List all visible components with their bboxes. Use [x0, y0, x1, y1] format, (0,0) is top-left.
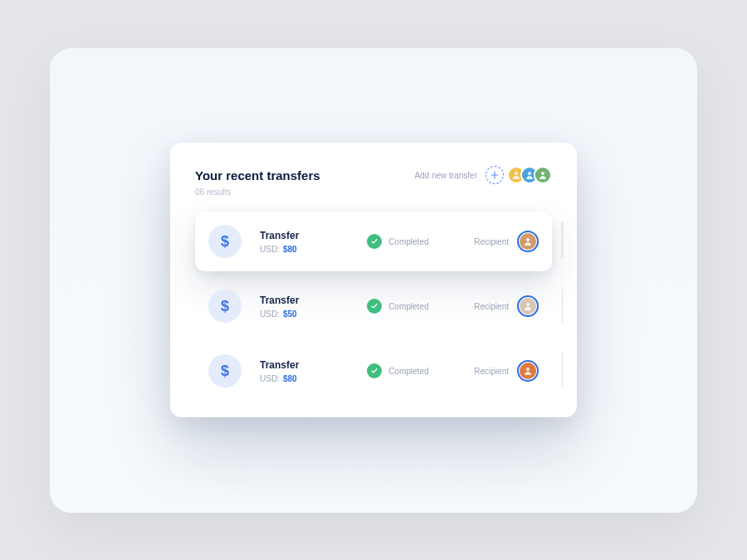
svg-point-3	[526, 238, 530, 241]
people-avatar-stack	[512, 166, 552, 184]
transfer-row[interactable]: $TransferUSD:$80CompletedRecipient	[195, 341, 552, 401]
card-header: Your recent transfers Add new transfer	[195, 166, 552, 184]
recipient-avatar[interactable]	[517, 295, 539, 317]
dollar-icon: $	[208, 290, 242, 323]
card-title: Your recent transfers	[195, 168, 320, 183]
currency-label: USD:	[260, 245, 280, 254]
check-icon	[367, 234, 382, 249]
scrollbar-thumb[interactable]	[561, 222, 564, 258]
svg-point-4	[526, 303, 530, 306]
transfer-row[interactable]: $TransferUSD:$80CompletedRecipient	[195, 212, 552, 271]
status-label: Completed	[388, 302, 428, 311]
plus-icon	[491, 171, 499, 179]
recipient-avatar[interactable]	[517, 360, 539, 382]
status-cell: Completed	[367, 363, 462, 378]
header-actions: Add new transfer	[414, 166, 552, 184]
transfer-amount-line: USD:$50	[260, 309, 355, 319]
currency-label: USD:	[260, 374, 280, 383]
status-label: Completed	[388, 237, 428, 246]
app-stage: Your recent transfers Add new transfer 0…	[50, 48, 697, 513]
status-label: Completed	[388, 367, 428, 376]
recipient-label: Recipient	[474, 302, 509, 311]
transfer-title: Transfer	[260, 295, 355, 306]
recipient-cell: Recipient	[474, 360, 539, 382]
recipient-label: Recipient	[474, 367, 509, 376]
recipient-cell: Recipient	[474, 295, 539, 317]
transfer-info: TransferUSD:$80	[260, 230, 355, 254]
amount-value: $80	[283, 374, 297, 383]
scrollbar-thumb[interactable]	[561, 351, 564, 387]
transfer-title: Transfer	[260, 359, 355, 371]
check-icon	[367, 299, 382, 314]
results-count: 06 results	[195, 187, 552, 197]
dollar-icon: $	[208, 225, 242, 258]
svg-point-0	[515, 172, 518, 175]
status-cell: Completed	[367, 299, 462, 314]
dollar-icon: $	[208, 354, 242, 387]
svg-point-5	[526, 368, 530, 371]
recipient-avatar[interactable]	[517, 231, 539, 252]
person-icon	[538, 170, 548, 180]
scrollbar-thumb[interactable]	[561, 286, 564, 323]
transfer-title: Transfer	[260, 230, 355, 241]
transfer-row[interactable]: $TransferUSD:$50CompletedRecipient	[195, 276, 552, 336]
check-icon	[367, 363, 382, 378]
recipient-cell: Recipient	[474, 231, 539, 252]
amount-value: $80	[283, 245, 297, 254]
transfers-list: $TransferUSD:$80CompletedRecipient$Trans…	[195, 212, 552, 401]
amount-value: $50	[283, 309, 297, 319]
currency-label: USD:	[260, 309, 280, 319]
add-transfer-link[interactable]: Add new transfer	[414, 171, 477, 180]
person-icon	[523, 301, 533, 311]
avatar[interactable]	[534, 166, 552, 184]
transfers-card: Your recent transfers Add new transfer 0…	[170, 143, 577, 417]
add-transfer-button[interactable]	[486, 166, 504, 184]
svg-point-2	[541, 172, 544, 175]
svg-point-1	[528, 172, 531, 175]
transfer-info: TransferUSD:$80	[260, 359, 355, 383]
transfer-amount-line: USD:$80	[260, 245, 355, 254]
person-icon	[523, 366, 533, 376]
status-cell: Completed	[367, 234, 462, 249]
recipient-label: Recipient	[474, 237, 509, 246]
transfer-amount-line: USD:$80	[260, 374, 355, 383]
transfer-info: TransferUSD:$50	[260, 295, 355, 319]
person-icon	[523, 236, 533, 246]
